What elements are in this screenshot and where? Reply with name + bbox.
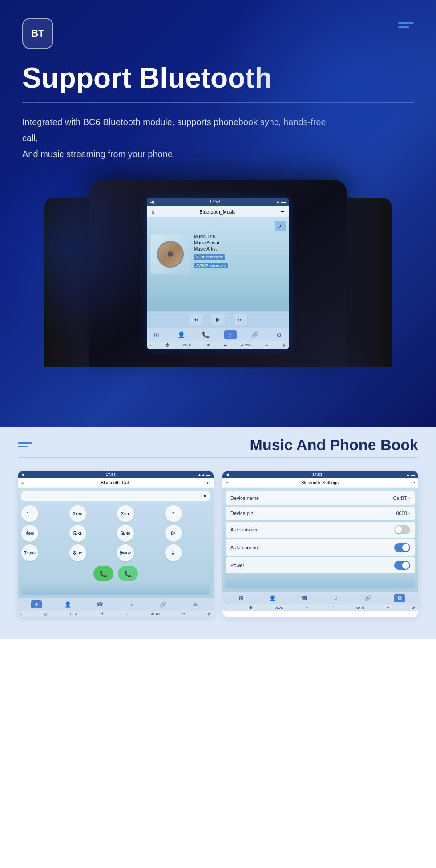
dial-4[interactable]: 4GHI	[21, 525, 38, 542]
dial-6[interactable]: 6MNO	[117, 525, 134, 542]
phone-music-icon[interactable]: ♪	[126, 600, 137, 608]
hero-title: Support Bluetooth	[22, 62, 414, 93]
phone-icon[interactable]: 📞	[199, 330, 212, 339]
dial-hash[interactable]: #	[165, 544, 182, 561]
dial-7[interactable]: 7PQRS	[21, 544, 38, 561]
device-pin-label: Device pin	[230, 511, 253, 516]
auto-answer-toggle[interactable]	[394, 525, 410, 534]
home-ctrl[interactable]: ⌂	[149, 343, 152, 347]
album-art	[150, 234, 190, 274]
st-home[interactable]: ⌂	[225, 606, 226, 609]
ph-power[interactable]: ⏻	[44, 612, 48, 616]
link-icon[interactable]: 🔗	[249, 330, 261, 339]
fan-ctrl[interactable]: ↝	[265, 343, 268, 347]
settings-back-arrow[interactable]: ◀	[226, 472, 229, 477]
ph-vol[interactable]: 🔊	[207, 612, 211, 616]
home-icon[interactable]: ⌂	[151, 209, 154, 215]
call-button[interactable]: 📞	[93, 566, 113, 581]
device-name-row[interactable]: Device name CarBT ›	[226, 491, 415, 505]
call-buttons: 📞 📞	[21, 566, 210, 581]
snowflake-ctrl[interactable]: ❄	[207, 343, 210, 347]
next-button[interactable]: ⏭	[234, 314, 247, 325]
music-info: Music Title Music Album Music Artist A2D…	[194, 234, 286, 274]
screen-bottom-nav: ⊞ 👤 📞 ♪ 🔗 ⚙	[147, 328, 289, 341]
dial-2[interactable]: 2ABC	[69, 505, 86, 522]
menu-icon[interactable]	[398, 18, 414, 28]
power-label: Power	[230, 563, 244, 568]
st-link-icon[interactable]: 🔗	[363, 594, 373, 602]
screen-nav-bar: ⌂ Bluetooth_Music ↩	[147, 206, 289, 217]
cards-divider	[18, 457, 418, 458]
ph-snow[interactable]: ❄	[101, 612, 104, 616]
dial-0[interactable]: 0+	[165, 525, 182, 542]
grid-icon[interactable]: ⊞	[150, 330, 163, 339]
dial-1[interactable]: 1—	[21, 505, 38, 522]
settings-icon[interactable]: ⚙	[273, 330, 286, 339]
phone-grid-icon[interactable]: ⊞	[31, 600, 42, 608]
settings-card: ◀ 17:53 ▲ ▬ ⌂ Bluetooth_Settings ↩ Devic…	[222, 471, 418, 617]
back-icon[interactable]: ↩	[281, 209, 285, 215]
st-settings-icon[interactable]: ⚙	[394, 594, 405, 602]
phone-link-icon[interactable]: 🔗	[158, 600, 169, 608]
st-snow[interactable]: ❄	[306, 606, 308, 609]
person-icon[interactable]: 👤	[175, 330, 187, 339]
prev-button[interactable]: ⏮	[189, 314, 202, 325]
auto-label: AUTO	[241, 343, 251, 347]
dial-5[interactable]: 5JKL	[69, 525, 86, 542]
cards-menu-icon[interactable]	[18, 442, 32, 447]
st-phone-icon[interactable]: ☎	[299, 594, 310, 602]
st-grid-icon[interactable]: ⊞	[236, 594, 246, 602]
phone-settings-icon[interactable]: ⚙	[190, 600, 200, 608]
phone-call-icon[interactable]: ☎	[94, 600, 105, 608]
settings-content: Device name CarBT › Device pin 0000 ›	[222, 488, 418, 592]
st-music-icon[interactable]: ♪	[331, 594, 342, 602]
phone-back-icon[interactable]: ↩	[206, 480, 210, 485]
ph-ac[interactable]: ⇌	[126, 612, 129, 616]
st-person-icon[interactable]: 👤	[267, 594, 278, 602]
st-vol[interactable]: 🔊	[412, 606, 416, 609]
music-note-icon[interactable]: ♪	[275, 221, 286, 231]
screen-status-bar: ◀ 17:53 ▲ ▬	[147, 198, 289, 206]
st-fan[interactable]: ↝	[387, 606, 389, 609]
phone-status-icons: ▲▲ ▬	[198, 472, 210, 477]
settings-status-bar: ◀ 17:53 ▲ ▬	[222, 471, 418, 478]
st-ac[interactable]: ⇌	[331, 606, 333, 609]
vol-ctrl[interactable]: 🔊	[282, 343, 287, 347]
hero-divider	[22, 102, 414, 103]
back-arrow[interactable]: ◀	[150, 199, 154, 204]
power-toggle[interactable]	[394, 561, 410, 570]
settings-back-icon[interactable]: ↩	[411, 480, 415, 485]
phone-home-icon[interactable]: ⌂	[21, 480, 24, 485]
a2dp-tag: A2DP connected	[194, 254, 225, 260]
power-knob	[402, 562, 409, 569]
dial-3[interactable]: 3DEF	[117, 505, 134, 522]
dial-8[interactable]: 8TUV	[69, 544, 86, 561]
car-body: ◀ 17:53 ▲ ▬ ⌂ Bluetooth_Music ↩	[89, 180, 347, 367]
cards-section: Music And Phone Book ◀ 17:53 ▲▲ ▬ ⌂ Blue…	[0, 414, 436, 639]
ph-fan[interactable]: ↝	[182, 612, 185, 616]
settings-home-icon[interactable]: ⌂	[226, 480, 229, 485]
st-auto: AUTO	[356, 606, 364, 609]
settings-bottom-nav: ⊞ 👤 ☎ ♪ 🔗 ⚙	[222, 592, 418, 604]
power-ctrl[interactable]: ⏻	[166, 343, 169, 347]
auto-connect-toggle[interactable]	[394, 543, 410, 552]
avrcp-tag: AVRCP connected	[194, 263, 228, 268]
dual-label: DUAL	[183, 343, 193, 347]
st-power[interactable]: ⏻	[249, 606, 252, 609]
music-nav-icon[interactable]: ♪	[224, 330, 237, 339]
play-button[interactable]: ▶	[211, 314, 225, 325]
phone-back-arrow[interactable]: ◀	[21, 472, 24, 477]
dial-9[interactable]: 9WXYZ	[117, 544, 134, 561]
device-pin-row[interactable]: Device pin 0000 ›	[226, 507, 415, 520]
dial-star[interactable]: *	[165, 505, 182, 522]
ph-home[interactable]: ⌂	[20, 612, 22, 616]
phone-person-icon[interactable]: 👤	[63, 600, 73, 608]
cards-menu-line-bottom	[18, 446, 28, 447]
answer-button[interactable]: 📞	[118, 566, 138, 581]
settings-status-time: 17:53	[312, 472, 323, 477]
clear-icon[interactable]: ✕	[203, 494, 206, 499]
ac-ctrl[interactable]: ⇌	[224, 343, 227, 347]
settings-screen-title: Bluetooth_Settings	[301, 480, 339, 485]
music-artist: Music Artist	[194, 247, 286, 251]
device-pin-value: 0000	[396, 511, 407, 516]
